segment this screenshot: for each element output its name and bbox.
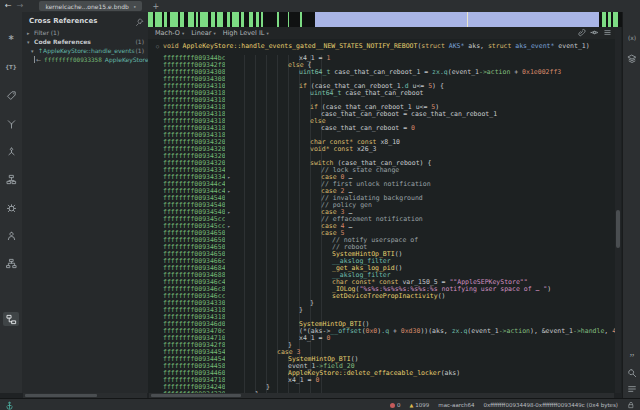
code-line[interactable]: ffffffff00934318else [148,118,616,125]
address[interactable]: ffffffff00934540 [148,209,225,216]
address[interactable]: ffffffff009344c4 [148,188,225,195]
graph-icon[interactable] [3,172,19,186]
address[interactable]: ffffffff00934318 [148,307,225,314]
lock-icon[interactable] [627,401,635,409]
address[interactable]: ffffffff00934308 [148,69,225,76]
log-icon[interactable] [624,382,640,396]
code-line[interactable]: ffffffff009345cc▸case 4 … [148,223,616,230]
address[interactable]: ffffffff00934650 [148,230,225,237]
address[interactable]: ffffffff009346c8 [148,286,225,293]
code-line[interactable]: ffffffff00934318case_that_can_reboot = 0 [148,125,616,132]
address[interactable]: ffffffff00934318 [148,132,225,139]
address[interactable]: ffffffff00934320 [148,146,225,153]
components-icon[interactable] [3,256,19,270]
code-line[interactable]: ffffffff00934684_get_aks_log_pid() [148,265,616,272]
code-line[interactable]: ffffffff00934330} [148,300,616,307]
stack-icon[interactable] [624,52,640,66]
address[interactable]: ffffffff00934334 [148,174,225,181]
address[interactable]: ffffffff00934684 [148,265,225,272]
pin-icon[interactable] [135,12,144,31]
code-line[interactable]: ffffffff00934318 [148,97,616,104]
code-line[interactable]: ffffffff00934318if (case_that_can_reboot… [148,104,616,111]
code-line[interactable]: ffffffff009346ccsetDeviceTreePropInactiv… [148,293,616,300]
address[interactable]: ffffffff009344bc [148,55,225,62]
function-signature[interactable]: ○ void AppleKeyStore::handle_events_gate… [148,41,616,50]
code-line[interactable]: ffffffff00934688__akslog_filter [148,272,616,279]
code-line[interactable]: ffffffff00934318 [148,132,616,139]
address[interactable]: ffffffff00934318 [148,104,225,111]
collapse-arrow-icon[interactable]: ▸ [225,223,233,230]
feature-map[interactable] [148,12,622,27]
address[interactable]: ffffffff00934718 [148,377,225,384]
code-line[interactable]: ffffffff00934320switch (case_that_can_re… [148,160,616,167]
address[interactable]: ffffffff00934540 [148,195,225,202]
address[interactable]: ffffffff009342f8 [148,342,225,349]
code-line[interactable]: ffffffff00934458event_1->field_20 [148,363,616,370]
code-line[interactable]: ffffffff00934540// policy gen [148,202,616,209]
filter-row[interactable]: ▸ Filter (1) [22,28,148,37]
code-line[interactable]: ffffffff00934718x4_1 = 0 [148,377,616,384]
strings-icon[interactable]: ” [624,350,640,364]
code-line[interactable]: ffffffff00934650// notify userspace of [148,237,616,244]
collapse-indicator-icon[interactable]: ○ [156,43,159,49]
arch-selector[interactable]: Mach-O ▾ [155,29,184,37]
address[interactable]: ffffffff009346d0 [148,321,225,328]
address[interactable]: ffffffff0093470c [148,328,225,335]
xref-function-row[interactable]: ▾ ↑AppleKeyStore::handle_events (1) [22,46,148,55]
symbols-icon[interactable]: * [3,32,19,46]
address[interactable]: ffffffff00934650 [148,244,225,251]
scrollbar-thumb[interactable] [151,394,241,397]
collapse-arrow-icon[interactable]: ▸ [225,174,233,181]
code-line[interactable]: ffffffff00934650case 5 [148,230,616,237]
address[interactable]: ffffffff00934688 [148,272,225,279]
code-line[interactable]: ffffffff009342f8else { [148,62,616,69]
code-line[interactable]: ffffffff00934454case 3 [148,349,616,356]
address[interactable]: ffffffff00934318 [148,118,225,125]
address[interactable]: ffffffff00934318 [148,314,225,321]
code-references-header[interactable]: ▾ Code References (1) [22,37,148,46]
address[interactable]: ffffffff00934320 [148,153,225,160]
address[interactable]: ffffffff009345cc [148,216,225,223]
tab-kernelcache[interactable]: kernelcache...one15.e.bndb • [39,1,142,11]
code-line[interactable]: ffffffff00934320char const* const x8_10 [148,139,616,146]
code-line[interactable]: ffffffff009345cc// effacement notificati… [148,216,616,223]
find-icon[interactable] [624,366,640,380]
code-line[interactable]: ffffffff00934650SystemHintOp_BTI() [148,251,616,258]
forward-button[interactable]: → [17,0,24,12]
code-line[interactable]: ffffffff00934334▸case 0 … [148,174,616,181]
code-line[interactable]: ffffffff009344c4▸case 2 … [148,188,616,195]
address[interactable]: ffffffff009346c4 [148,279,225,286]
address[interactable]: ffffffff00934334 [148,167,225,174]
code-line[interactable]: ffffffff009346d0SystemHintOp_BTI() [148,321,616,328]
class-hierarchy-icon[interactable] [3,144,19,158]
address[interactable]: ffffffff0093466c [148,258,225,265]
address[interactable]: ffffffff00934318 [148,90,225,97]
code-line[interactable]: ffffffff00934540// invalidating backgrou… [148,195,616,202]
address[interactable]: ffffffff009344c4 [148,181,225,188]
code-line[interactable]: ffffffff00934334// lock state change [148,167,616,174]
address[interactable]: ffffffff00934458 [148,363,225,370]
address[interactable]: ffffffff00934310 [148,83,225,90]
code-line[interactable]: ffffffff00934240} [148,384,616,391]
address[interactable]: ffffffff00934320 [148,160,225,167]
link-icon[interactable] [577,28,586,39]
code-line[interactable]: ffffffff00934318 [148,314,616,321]
code-line[interactable]: ffffffff00934650// reboot [148,244,616,251]
menu-icon[interactable] [603,28,612,39]
scrollbar-thumb[interactable] [25,394,97,397]
triage-icon[interactable] [3,116,19,130]
code-line[interactable]: ffffffff00934460AppleKeyStore::delete_ef… [148,370,616,377]
address[interactable]: ffffffff00934240 [148,384,225,391]
new-tab-button[interactable]: + [152,2,159,11]
code-line[interactable]: ffffffff009346c4char const* const var_15… [148,279,616,286]
il-selector[interactable]: High Level IL ▾ [223,29,269,37]
scrollbar-thumb[interactable] [616,210,620,248]
code-line[interactable]: ffffffff009344bcx4_1 = 1 [148,55,616,62]
code-line[interactable]: ffffffff009344c4// first unlock notifica… [148,181,616,188]
user-icon[interactable] [3,228,19,242]
code-line[interactable]: ffffffff00934710x4_1 = 0 [148,335,616,342]
address[interactable]: ffffffff00934318 [148,111,225,118]
code-line[interactable]: ffffffff00934318} [148,307,616,314]
code-line[interactable]: ffffffff009342f8} [148,342,616,349]
code-line[interactable]: ffffffff00934310if (case_that_can_reboot… [148,83,616,90]
